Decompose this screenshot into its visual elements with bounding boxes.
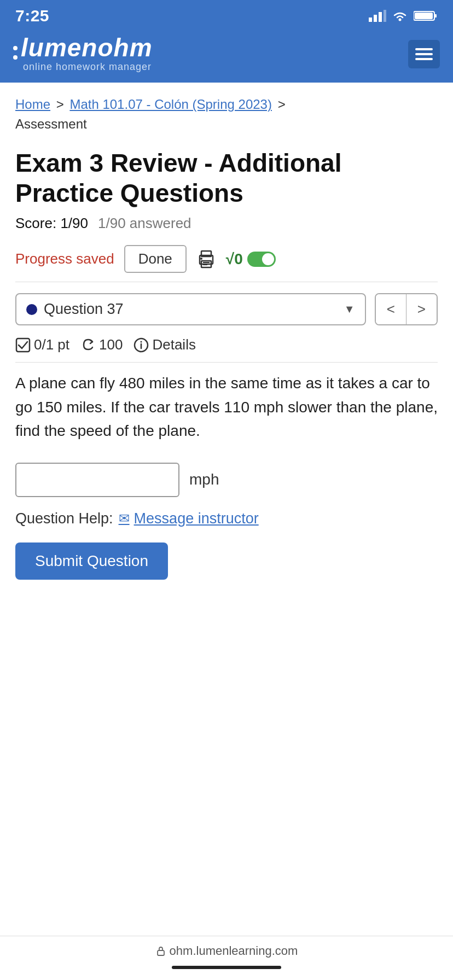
attempts-value: 100 xyxy=(99,336,123,353)
question-dropdown[interactable]: Question 37 ▼ xyxy=(15,293,366,325)
status-icons xyxy=(369,10,438,22)
footer-url: ohm.lumenlearning.com xyxy=(155,944,298,958)
home-indicator xyxy=(172,966,281,969)
footer-url-text: ohm.lumenlearning.com xyxy=(170,944,298,958)
logo-dots xyxy=(13,46,18,62)
done-button[interactable]: Done xyxy=(124,245,187,273)
logo-dot-1 xyxy=(13,46,18,50)
redo-icon xyxy=(80,337,96,353)
logo-dot-2 xyxy=(13,55,18,60)
toggle-switch[interactable] xyxy=(247,252,276,267)
wifi-icon xyxy=(392,10,408,22)
hamburger-line-1 xyxy=(415,48,433,50)
bottom-bar: ohm.lumenlearning.com xyxy=(0,936,453,980)
info-icon xyxy=(133,337,149,353)
checkbox-icon xyxy=(15,337,31,353)
attempts-display: 100 xyxy=(80,336,123,353)
hamburger-line-2 xyxy=(415,53,433,55)
message-instructor-text: Message instructor xyxy=(134,510,259,527)
page-title: Exam 3 Review - Additional Practice Ques… xyxy=(15,148,438,208)
question-dot xyxy=(26,304,37,315)
battery-icon xyxy=(414,10,438,22)
svg-rect-12 xyxy=(203,264,207,265)
svg-rect-3 xyxy=(384,10,386,22)
envelope-icon: ✉ xyxy=(119,511,130,526)
question-body: A plane can fly 480 miles in the same ti… xyxy=(0,363,453,453)
question-help-label: Question Help: xyxy=(15,510,113,527)
lock-icon xyxy=(155,946,166,956)
breadcrumb-sep-2: > xyxy=(278,97,286,112)
question-help-row: Question Help: ✉ Message instructor xyxy=(0,508,453,540)
answered-label: 1/90 answered xyxy=(98,215,191,232)
question-selector-row: Question 37 ▼ < > xyxy=(0,282,453,333)
message-instructor-link[interactable]: ✉ Message instructor xyxy=(119,510,259,527)
svg-rect-2 xyxy=(379,12,382,22)
svg-rect-7 xyxy=(415,13,433,19)
toggle-knob xyxy=(262,253,274,265)
sqrt-label: √0 xyxy=(226,250,243,268)
points-display: 0/1 pt xyxy=(15,336,69,353)
score-label: Score: 1/90 xyxy=(15,215,88,232)
breadcrumb: Home > Math 101.07 - Colón (Spring 2023)… xyxy=(0,83,453,137)
print-icon[interactable] xyxy=(196,250,216,269)
svg-rect-0 xyxy=(369,18,372,22)
hamburger-line-3 xyxy=(415,58,433,60)
nav-bar: lumenohm online homework manager xyxy=(0,30,453,83)
logo-area: lumenohm online homework manager xyxy=(13,35,153,73)
svg-point-17 xyxy=(141,341,142,342)
score-row: Score: 1/90 1/90 answered xyxy=(15,215,438,232)
status-time: 7:25 xyxy=(15,7,49,25)
dropdown-arrow-icon: ▼ xyxy=(344,303,355,316)
points-row: 0/1 pt 100 Details xyxy=(0,333,453,362)
unit-label: mph xyxy=(189,471,219,488)
status-bar: 7:25 xyxy=(0,0,453,30)
svg-point-4 xyxy=(399,19,402,21)
svg-rect-18 xyxy=(158,950,164,955)
page-title-section: Exam 3 Review - Additional Practice Ques… xyxy=(0,137,453,245)
svg-rect-1 xyxy=(374,15,377,22)
svg-point-13 xyxy=(200,258,202,260)
breadcrumb-sep-1: > xyxy=(56,97,68,112)
logo-subtitle: online homework manager xyxy=(21,61,153,73)
breadcrumb-course[interactable]: Math 101.07 - Colón (Spring 2023) xyxy=(69,97,272,112)
question-label: Question 37 xyxy=(44,301,338,318)
math-toggle[interactable]: √0 xyxy=(226,250,276,268)
next-question-button[interactable]: > xyxy=(406,294,437,324)
answer-input[interactable] xyxy=(15,463,179,497)
question-text: A plane can fly 480 miles in the same ti… xyxy=(15,371,438,442)
svg-rect-6 xyxy=(434,14,437,18)
breadcrumb-home[interactable]: Home xyxy=(15,97,50,112)
details-link[interactable]: Details xyxy=(152,336,195,353)
print-svg xyxy=(196,250,216,269)
logo-text-area: lumenohm online homework manager xyxy=(21,35,153,73)
svg-rect-11 xyxy=(203,262,210,263)
logo-text: lumenohm xyxy=(21,35,153,60)
nav-arrows: < > xyxy=(375,293,438,325)
breadcrumb-current: Assessment xyxy=(15,116,87,131)
prev-question-button[interactable]: < xyxy=(376,294,406,324)
progress-saved-text: Progress saved xyxy=(15,250,114,267)
details-display[interactable]: Details xyxy=(133,336,195,353)
answer-area: mph xyxy=(0,454,453,508)
hamburger-menu-button[interactable] xyxy=(408,40,440,68)
signal-icon xyxy=(369,10,386,22)
points-value: 0/1 pt xyxy=(34,336,69,353)
submit-question-button[interactable]: Submit Question xyxy=(15,542,168,580)
controls-row: Progress saved Done √0 xyxy=(0,245,453,282)
submit-section: Submit Question xyxy=(0,540,453,596)
